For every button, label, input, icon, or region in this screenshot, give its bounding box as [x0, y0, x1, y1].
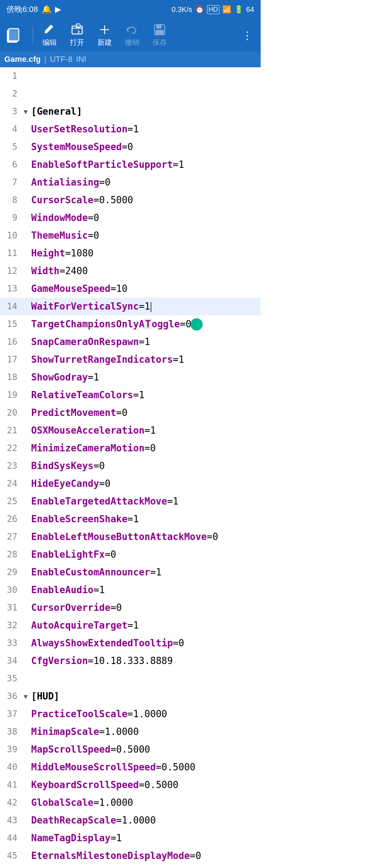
code-content[interactable]: PracticeToolScale=1.0000 — [30, 705, 261, 723]
undo-label: 撤销 — [125, 38, 139, 47]
files-icon[interactable] — [4, 25, 24, 45]
line-number: 42 — [0, 794, 22, 812]
line-number: 14 — [0, 298, 22, 315]
code-content[interactable]: CfgVersion=10.18.333.8889 — [30, 652, 261, 670]
text-cursor — [151, 302, 151, 312]
code-content[interactable]: PredictMovement=0 — [30, 404, 261, 422]
line-number: 35 — [0, 670, 22, 688]
code-content[interactable]: EnableTargetedAttackMove=1 — [30, 493, 261, 510]
fold-arrow[interactable]: ▼ — [22, 688, 30, 705]
code-content[interactable]: SystemMouseSpeed=0 — [30, 138, 261, 156]
code-content[interactable]: ShowTurretRangeIndicators=1 — [30, 351, 261, 369]
notification-icon: 🔔 — [42, 5, 51, 14]
signal-icon: 📶 — [222, 5, 231, 14]
code-content[interactable]: [HUD] — [30, 688, 261, 705]
battery-level: 64 — [246, 5, 254, 14]
new-button[interactable]: 新建 — [91, 22, 118, 49]
code-content[interactable]: Width=2400 — [30, 262, 261, 280]
code-content[interactable]: TargetChampionsOnlyAToggle=0 — [30, 315, 261, 333]
undo-button[interactable]: 撤销 — [118, 22, 146, 49]
code-content[interactable]: GameMouseSpeed=10 — [30, 280, 261, 298]
code-line: 38MinimapScale=1.0000 — [0, 723, 261, 741]
code-content[interactable]: WindowMode=0 — [30, 209, 261, 227]
code-line: 42GlobalScale=1.0000 — [0, 794, 261, 812]
code-line: 46EmotePopupUIDisplayMode=0 — [0, 865, 261, 868]
code-line: 35 — [0, 670, 261, 688]
code-content[interactable]: KeyboardScrollSpeed=0.5000 — [30, 776, 261, 794]
code-content[interactable]: AlwaysShowExtendedTooltip=0 — [30, 634, 261, 652]
more-button[interactable]: ⋮ — [237, 26, 257, 44]
line-number: 1 — [0, 67, 22, 85]
line-number: 19 — [0, 386, 22, 404]
code-line: 40MiddleMouseScrollSpeed=0.5000 — [0, 758, 261, 776]
svg-rect-7 — [157, 25, 161, 28]
code-line: 9WindowMode=0 — [0, 209, 261, 227]
code-content[interactable]: AutoAcquireTarget=1 — [30, 617, 261, 634]
save-button[interactable]: 保存 — [146, 22, 173, 49]
code-content[interactable]: ShowGodray=1 — [30, 369, 261, 386]
code-content[interactable]: MinimizeCameraMotion=0 — [30, 439, 261, 457]
line-number: 33 — [0, 634, 22, 652]
code-content[interactable]: BindSysKeys=0 — [30, 457, 261, 475]
line-number: 23 — [0, 457, 22, 475]
code-line: 29EnableCustomAnnouncer=1 — [0, 563, 261, 581]
line-number: 30 — [0, 581, 22, 599]
code-content[interactable]: EnableLeftMouseButtonAttackMove=0 — [30, 528, 261, 546]
code-content[interactable]: HideEyeCandy=0 — [30, 475, 261, 493]
line-number: 38 — [0, 723, 22, 741]
svg-rect-3 — [76, 24, 80, 27]
code-line: 41KeyboardScrollSpeed=0.5000 — [0, 776, 261, 794]
file-tab-name[interactable]: Game.cfg — [4, 55, 41, 64]
code-content[interactable]: CursorOverride=0 — [30, 599, 261, 617]
code-content[interactable]: MapScrollSpeed=0.5000 — [30, 741, 261, 758]
code-content[interactable]: [General] — [30, 103, 261, 120]
line-number: 3 — [0, 103, 22, 120]
code-content[interactable]: SnapCameraOnRespawn=1 — [30, 333, 261, 351]
code-line: 28EnableLightFx=0 — [0, 546, 261, 563]
code-content[interactable]: EternalsMilestoneDisplayMode=0 — [30, 847, 261, 865]
code-content[interactable]: NameTagDisplay=1 — [30, 829, 261, 847]
code-content[interactable]: EnableAudio=1 — [30, 581, 261, 599]
file-tab-encoding: UTF-8 — [50, 55, 72, 64]
code-content[interactable]: EnableSoftParticleSupport=1 — [30, 156, 261, 174]
code-content[interactable]: OSXMouseAcceleration=1 — [30, 422, 261, 439]
code-content[interactable]: MiddleMouseScrollSpeed=0.5000 — [30, 758, 261, 776]
code-content[interactable]: WaitForVerticalSync=1 — [30, 298, 261, 315]
code-line: 23BindSysKeys=0 — [0, 457, 261, 475]
code-content[interactable]: Height=1080 — [30, 244, 261, 262]
code-line: 3▼[General] — [0, 103, 261, 120]
line-number: 43 — [0, 812, 22, 829]
code-area: 123▼[General]4UserSetResolution=15System… — [0, 67, 261, 868]
hd-icon: HD — [207, 5, 219, 14]
code-line: 8CursorScale=0.5000 — [0, 191, 261, 209]
code-content[interactable]: EnableCustomAnnouncer=1 — [30, 563, 261, 581]
code-content[interactable]: MinimapScale=1.0000 — [30, 723, 261, 741]
status-bar-left: 傍晚6:08 🔔 ▶ — [7, 4, 61, 15]
fold-arrow[interactable]: ▼ — [22, 103, 30, 120]
line-number: 6 — [0, 156, 22, 174]
toolbar: 编辑 打开 新建 撤销 保存 — [0, 19, 261, 51]
code-content[interactable]: ThemeMusic=0 — [30, 227, 261, 244]
edit-button[interactable]: 编辑 — [36, 22, 63, 49]
code-line: 32AutoAcquireTarget=1 — [0, 617, 261, 634]
save-label: 保存 — [152, 38, 167, 47]
code-content[interactable]: UserSetResolution=1 — [30, 120, 261, 138]
open-button[interactable]: 打开 — [63, 22, 91, 49]
code-content[interactable]: EmotePopupUIDisplayMode=0 — [30, 865, 261, 868]
code-line: 27EnableLeftMouseButtonAttackMove=0 — [0, 528, 261, 546]
code-line: 20PredictMovement=0 — [0, 404, 261, 422]
line-number: 9 — [0, 209, 22, 227]
code-content[interactable]: GlobalScale=1.0000 — [30, 794, 261, 812]
line-number: 10 — [0, 227, 22, 244]
file-tab-divider: | — [44, 55, 46, 64]
green-dot-indicator — [190, 318, 203, 331]
code-content[interactable]: EnableLightFx=0 — [30, 546, 261, 563]
line-number: 29 — [0, 563, 22, 581]
line-number: 21 — [0, 422, 22, 439]
code-line: 24HideEyeCandy=0 — [0, 475, 261, 493]
code-content[interactable]: Antialiasing=0 — [30, 174, 261, 191]
code-content[interactable]: CursorScale=0.5000 — [30, 191, 261, 209]
code-content[interactable]: EnableScreenShake=1 — [30, 510, 261, 528]
code-content[interactable]: DeathRecapScale=1.0000 — [30, 812, 261, 829]
code-content[interactable]: RelativeTeamColors=1 — [30, 386, 261, 404]
